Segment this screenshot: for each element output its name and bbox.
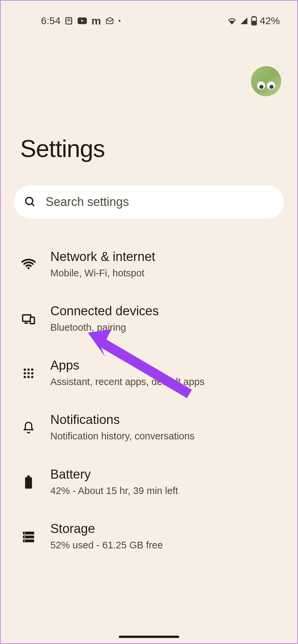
settings-item-notifications[interactable]: Notifications Notification history, conv… <box>1 400 297 455</box>
svg-rect-13 <box>30 317 34 324</box>
svg-point-11 <box>28 267 30 269</box>
wifi-status-icon <box>227 17 237 25</box>
item-title: Notifications <box>50 413 195 427</box>
svg-point-19 <box>28 372 30 375</box>
item-text: Apps Assistant, recent apps, default app… <box>50 358 204 388</box>
mail-icon <box>105 16 114 25</box>
devices-icon <box>21 312 36 326</box>
item-title: Connected devices <box>50 304 159 318</box>
item-text: Storage 52% used - 61.25 GB free <box>50 522 163 552</box>
item-subtitle: Mobile, Wi-Fi, hotspot <box>50 267 155 280</box>
nav-handle[interactable] <box>119 636 179 638</box>
svg-point-21 <box>23 376 26 378</box>
svg-point-17 <box>31 369 34 371</box>
item-subtitle: Notification history, conversations <box>50 430 195 443</box>
page-title: Settings <box>1 34 297 162</box>
item-subtitle: 52% used - 61.25 GB free <box>50 539 163 552</box>
m-icon: m <box>91 15 101 27</box>
item-subtitle: 42% - About 15 hr, 39 min left <box>50 484 178 497</box>
svg-line-10 <box>32 204 35 206</box>
svg-point-22 <box>28 376 30 378</box>
dot-icon: • <box>118 17 121 25</box>
item-text: Connected devices Bluetooth, pairing <box>50 304 159 334</box>
svg-point-23 <box>31 376 34 378</box>
settings-list: Network & internet Mobile, Wi-Fi, hotspo… <box>1 219 297 564</box>
avatar-container[interactable] <box>251 66 281 96</box>
notifications-icon <box>21 421 36 435</box>
settings-item-network[interactable]: Network & internet Mobile, Wi-Fi, hotspo… <box>1 237 297 292</box>
item-title: Battery <box>50 467 178 482</box>
item-subtitle: Assistant, recent apps, default apps <box>50 375 204 388</box>
svg-point-29 <box>24 532 25 533</box>
battery-status-icon <box>251 16 257 25</box>
wifi-icon <box>21 258 36 272</box>
settings-item-battery[interactable]: Battery 42% - About 15 hr, 39 min left <box>1 455 297 509</box>
youtube-icon <box>77 16 87 25</box>
svg-rect-7 <box>253 16 255 17</box>
battery-icon <box>21 475 36 489</box>
status-battery-percent: 42% <box>260 15 280 26</box>
settings-item-storage[interactable]: Storage 52% used - 61.25 GB free <box>1 509 297 564</box>
svg-point-16 <box>28 369 30 371</box>
svg-marker-5 <box>241 17 247 24</box>
storage-icon <box>21 530 36 544</box>
search-bar[interactable] <box>14 185 284 219</box>
signal-icon <box>240 17 248 25</box>
apps-icon <box>21 366 36 380</box>
settings-item-connected-devices[interactable]: Connected devices Bluetooth, pairing <box>1 292 297 346</box>
svg-point-9 <box>26 198 33 205</box>
reader-icon <box>64 16 73 25</box>
svg-point-15 <box>23 369 26 371</box>
svg-point-31 <box>24 540 25 541</box>
item-title: Network & internet <box>50 250 155 264</box>
item-text: Network & internet Mobile, Wi-Fi, hotspo… <box>50 250 155 280</box>
status-bar: 6:54 m • 42% <box>1 1 297 34</box>
item-text: Battery 42% - About 15 hr, 39 min left <box>50 467 178 497</box>
profile-avatar[interactable] <box>251 66 281 96</box>
svg-point-30 <box>24 536 25 537</box>
svg-rect-12 <box>23 315 31 321</box>
item-subtitle: Bluetooth, pairing <box>50 321 159 334</box>
svg-point-20 <box>31 372 34 375</box>
status-left: 6:54 m • <box>41 15 121 27</box>
status-time: 6:54 <box>41 15 60 26</box>
status-right: 42% <box>227 15 280 26</box>
search-input[interactable] <box>46 195 274 209</box>
svg-rect-8 <box>252 21 256 24</box>
settings-item-apps[interactable]: Apps Assistant, recent apps, default app… <box>1 346 297 400</box>
item-title: Apps <box>50 358 204 373</box>
item-title: Storage <box>50 522 163 536</box>
svg-point-18 <box>23 372 26 375</box>
search-icon <box>24 196 36 208</box>
svg-rect-25 <box>27 475 30 477</box>
item-text: Notifications Notification history, conv… <box>50 413 195 443</box>
svg-rect-24 <box>25 477 32 488</box>
